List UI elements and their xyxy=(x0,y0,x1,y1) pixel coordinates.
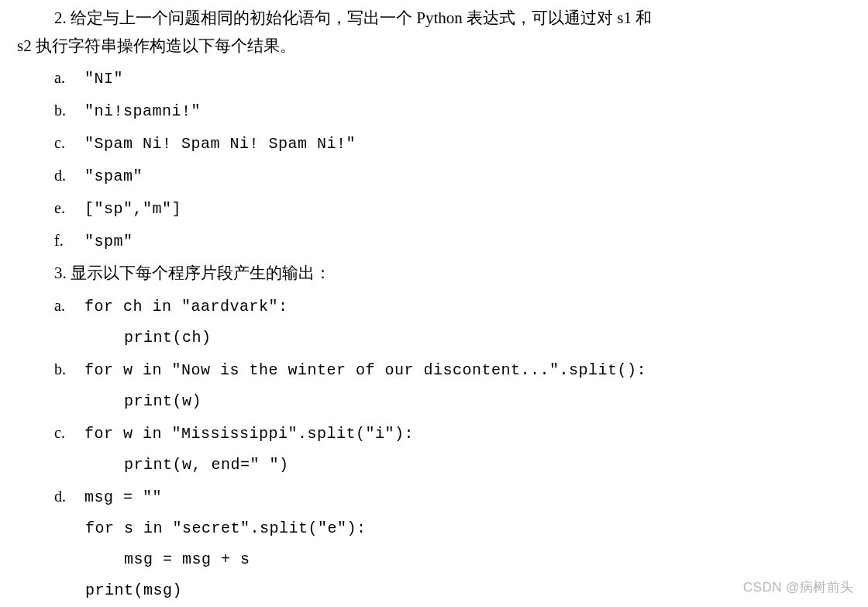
text: s2 执行字符串操作构造以下每个结果。 xyxy=(17,36,296,55)
q3-item-d: d. msg = "" xyxy=(0,485,868,509)
q3-c-line2: print(w, end=" ") xyxy=(0,454,868,477)
code-line: msg = "" xyxy=(84,488,162,506)
code-text: print(msg) xyxy=(85,581,182,599)
question-3-intro: 3. 显示以下每个程序片段产生的输出： xyxy=(0,261,868,286)
question-2-intro-line2: s2 执行字符串操作构造以下每个结果。 xyxy=(0,34,868,59)
q3-item-a: a. for ch in "aardvark": xyxy=(0,294,868,319)
item-code: "ni!spamni!" xyxy=(84,102,201,120)
text: 3. 显示以下每个程序片段产生的输出： xyxy=(54,264,331,282)
item-code: "spam" xyxy=(84,167,143,185)
code-text: print(w) xyxy=(124,392,202,410)
q3-a-line2: print(ch) xyxy=(0,326,868,350)
item-label: d. xyxy=(54,164,81,187)
item-code: "spm" xyxy=(84,233,133,250)
code-text: msg = msg + s xyxy=(124,550,250,568)
q2-item-e: e. ["sp","m"] xyxy=(0,196,868,221)
item-code: "Spam Ni! Spam Ni! Spam Ni!" xyxy=(84,135,356,153)
q2-item-d: d. "spam" xyxy=(0,164,868,188)
item-label: a. xyxy=(54,66,81,89)
item-label: a. xyxy=(54,294,81,317)
watermark-text: CSDN @病树前头 xyxy=(743,580,854,595)
q2-item-f: f. "spm" xyxy=(0,229,868,253)
q2-item-b: b. "ni!spamni!" xyxy=(0,98,868,123)
q3-d-line2: for s in "secret".split("e"): xyxy=(0,517,868,540)
item-label: c. xyxy=(54,131,81,154)
item-label: b. xyxy=(54,357,81,381)
q3-d-line4: print(msg) xyxy=(0,579,868,602)
q3-b-line2: print(w) xyxy=(0,390,868,413)
code-text: print(ch) xyxy=(124,329,212,347)
code-line: for ch in "aardvark": xyxy=(84,298,288,316)
text: 2. 给定与上一个问题相同的初始化语句，写出一个 Python 表达式，可以通过… xyxy=(54,9,652,27)
q2-item-a: a. "NI" xyxy=(0,66,868,91)
item-label: b. xyxy=(54,98,81,122)
q3-item-b: b. for w in "Now is the winter of our di… xyxy=(0,357,868,382)
item-code: "NI" xyxy=(84,70,123,88)
item-label: d. xyxy=(54,485,81,508)
q2-item-c: c. "Spam Ni! Spam Ni! Spam Ni!" xyxy=(0,131,868,156)
item-label: e. xyxy=(54,196,81,219)
question-2-intro-line1: 2. 给定与上一个问题相同的初始化语句，写出一个 Python 表达式，可以通过… xyxy=(0,6,868,31)
q3-d-line3: msg = msg + s xyxy=(0,548,868,571)
q3-item-c: c. for w in "Mississippi".split("i"): xyxy=(0,421,868,446)
item-code: ["sp","m"] xyxy=(84,200,181,218)
code-text: for s in "secret".split("e"): xyxy=(85,519,367,537)
item-label: f. xyxy=(54,229,81,252)
watermark: CSDN @病树前头 xyxy=(743,578,854,596)
item-label: c. xyxy=(54,421,81,444)
code-line: for w in "Now is the winter of our disco… xyxy=(84,361,646,379)
code-line: for w in "Mississippi".split("i"): xyxy=(84,425,414,443)
code-text: print(w, end=" ") xyxy=(124,456,289,474)
